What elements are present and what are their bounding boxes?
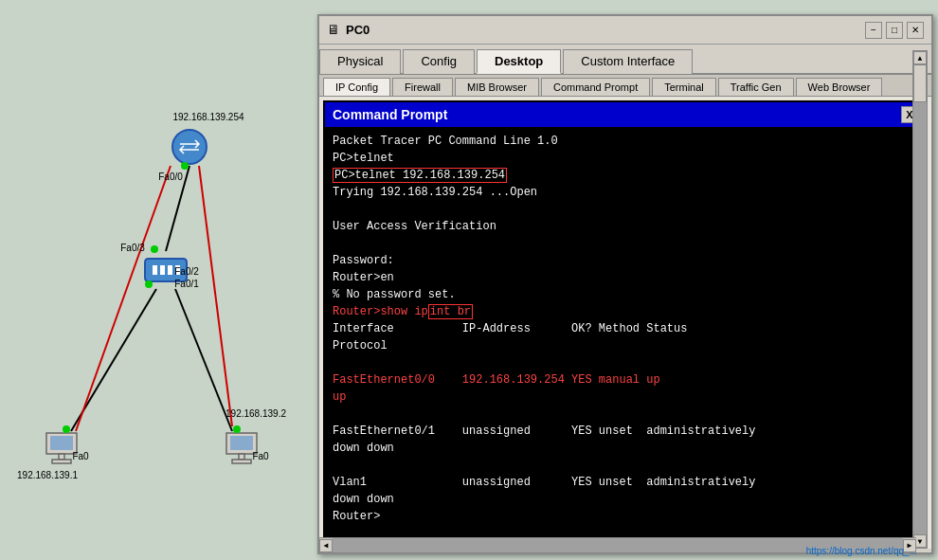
inner-tab-6[interactable]: Traffic Gen	[718, 78, 794, 96]
scroll-up-arrow[interactable]: ▲	[913, 51, 927, 64]
inner-tab-5[interactable]: Terminal	[652, 78, 716, 96]
watermark: https://blog.csdn.net/qq_...	[806, 546, 917, 556]
close-button[interactable]: ✕	[907, 22, 924, 39]
content-area: IP Config Firewall MIB Browser Command P…	[319, 75, 931, 549]
inner-tab-2[interactable]: Firewall	[392, 78, 453, 96]
maximize-button[interactable]: □	[886, 22, 903, 39]
tab-physical[interactable]: Physical	[319, 49, 401, 74]
window-title: PC0	[346, 23, 370, 37]
vertical-scrollbar[interactable]: ▲ ▼	[912, 50, 928, 549]
title-bar: 🖥 PC0 − □ ✕	[319, 16, 931, 45]
tab-custom-interface[interactable]: Custom Interface	[563, 49, 693, 74]
cmd-title-bar: Command Prompt X	[325, 102, 926, 127]
inner-tab-7[interactable]: Web Browser	[796, 78, 883, 96]
minimize-button[interactable]: −	[865, 22, 882, 39]
inner-tabs: IP Config Firewall MIB Browser Command P…	[319, 75, 931, 97]
cmd-wrapper: Command Prompt X Packet Tracer PC Comman…	[319, 97, 931, 549]
network-canvas	[0, 0, 317, 560]
window-icon: 🖥	[327, 23, 340, 38]
tab-config[interactable]: Config	[403, 49, 475, 74]
tab-bar: Physical Config Desktop Custom Interface	[319, 45, 931, 75]
inner-tab-3[interactable]: MIB Browser	[455, 78, 539, 96]
tab-desktop[interactable]: Desktop	[477, 49, 561, 74]
inner-tab-4[interactable]: Command Prompt	[541, 78, 650, 96]
scroll-left-arrow[interactable]: ◀	[319, 539, 333, 552]
main-window: 🖥 PC0 − □ ✕ Physical Config Desktop Cust…	[317, 14, 933, 554]
scroll-track[interactable]	[913, 64, 927, 534]
cmd-window: Command Prompt X Packet Tracer PC Comman…	[323, 100, 928, 545]
topology-area	[0, 0, 317, 560]
cmd-title-text: Command Prompt	[333, 107, 447, 122]
scroll-thumb[interactable]	[913, 64, 927, 102]
title-controls[interactable]: − □ ✕	[865, 22, 924, 39]
title-bar-left: 🖥 PC0	[327, 23, 370, 38]
cmd-body[interactable]: Packet Tracer PC Command Line 1.0 PC>tel…	[325, 127, 926, 543]
inner-tab-1[interactable]: IP Config	[323, 78, 390, 96]
